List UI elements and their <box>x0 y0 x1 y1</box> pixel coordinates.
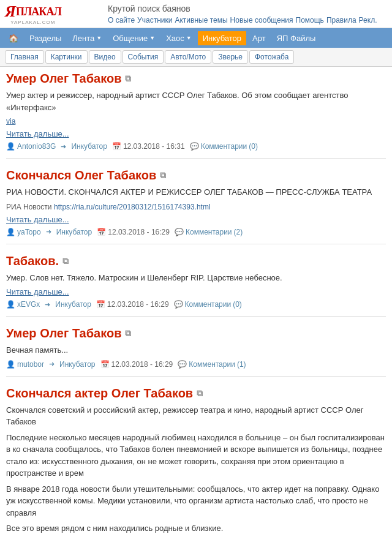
article-5-title[interactable]: Скончался актер Олег Табаков ⧉ <box>6 386 386 401</box>
obshenie-dropdown-icon: ▼ <box>149 35 155 41</box>
header-nav-adv[interactable]: Рекл. <box>359 16 377 24</box>
user-icon-1: 👤 <box>6 142 15 151</box>
date-icon-4: 📅 <box>100 360 110 369</box>
article-1-date: 📅 12.03.2018 - 16:31 <box>112 142 185 151</box>
logo-plakal: ПЛАКАЛ <box>16 6 61 18</box>
sub-nav-events[interactable]: События <box>123 50 164 64</box>
article-5-text: Скончался советский и российский актер, … <box>6 404 386 428</box>
article-1-title-text: Умер Олег Табаков <box>6 72 121 86</box>
article-2-title[interactable]: Скончался Олег Табаков ⧉ <box>6 168 386 182</box>
sub-nav-kartinki[interactable]: Картинки <box>45 50 88 64</box>
header-right: Крутой поиск баянов О сайте Участники Ак… <box>103 4 387 24</box>
article-5: Скончался актер Олег Табаков ⧉ Скончался… <box>6 386 386 535</box>
article-1-meta: 👤 Antonio83G ➜ Инкубатор 📅 12.03.2018 - … <box>6 142 386 151</box>
arrow-icon-2: ➜ <box>46 228 51 236</box>
nav-files[interactable]: ЯП Файлы <box>272 31 321 45</box>
logo-area: Я ПЛАКАЛ YAPLAKAL.COM <box>5 2 103 25</box>
comment-icon-1: 💬 <box>190 142 199 151</box>
article-4-icon: ⧉ <box>125 328 131 339</box>
article-5-icon: ⧉ <box>197 388 203 399</box>
article-2-comments[interactable]: 💬 Комментарии (2) <box>175 228 243 236</box>
logo-ya: Я <box>5 2 16 21</box>
article-3-text: Умер. Слов нет. Тяжело. Матроскин и Шеле… <box>6 272 386 284</box>
arrow-icon-1: ➜ <box>61 143 66 151</box>
article-1-via[interactable]: via <box>6 117 386 126</box>
article-3-title[interactable]: Табаков. ⧉ <box>6 254 386 268</box>
nav-obshenie[interactable]: Общение ▼ <box>108 31 160 45</box>
article-1-read-more[interactable]: Читать дальше... <box>6 129 386 138</box>
article-3-meta: 👤 xEVGx ➜ Инкубатор 📅 12.03.2018 - 16:29… <box>6 300 386 309</box>
article-3-title-text: Табаков. <box>6 254 59 268</box>
sub-nav-zverie[interactable]: Зверье <box>213 50 248 64</box>
header: Я ПЛАКАЛ YAPLAKAL.COM Крутой поиск баяно… <box>0 0 392 28</box>
article-5-text4: Все это время рядом с ним находились род… <box>6 522 386 534</box>
sub-nav: Главная Картинки Видео События Авто/Мото… <box>0 48 392 67</box>
nav-inkubator[interactable]: Инкубатор <box>198 31 246 45</box>
main-nav: 🏠 Разделы Лента ▼ Общение ▼ Хаос ▼ Инкуб… <box>0 28 392 48</box>
nav-haos[interactable]: Хаос ▼ <box>161 31 197 45</box>
nav-razdely[interactable]: Разделы <box>24 31 66 45</box>
header-nav-about[interactable]: О сайте <box>108 16 135 24</box>
article-3-read-more[interactable]: Читать дальше... <box>6 287 386 296</box>
article-2-title-text: Скончался Олег Табаков <box>6 168 156 182</box>
article-4-author: 👤 mutobor <box>6 360 44 369</box>
article-1-author: 👤 Antonio83G <box>6 142 56 151</box>
article-1: Умер Олег Табаков ⧉ Умер актер и режиссе… <box>6 72 386 159</box>
user-icon-2: 👤 <box>6 228 15 236</box>
logo-wrap: Я ПЛАКАЛ YAPLAKAL.COM <box>5 2 61 25</box>
article-5-text2: Последние несколько месяцев народный люб… <box>6 432 386 479</box>
nav-lenta[interactable]: Лента ▼ <box>67 31 107 45</box>
date-icon-3: 📅 <box>96 300 105 309</box>
article-4-section[interactable]: Инкубатор <box>59 360 96 369</box>
article-1-text: Умер актер и режиссер, народный артист С… <box>6 89 386 113</box>
article-2-ria-prefix: РИА Новости <box>6 203 51 211</box>
nav-home[interactable]: 🏠 <box>4 31 23 45</box>
article-2-date: 📅 12.03.2018 - 16:29 <box>97 228 170 236</box>
article-5-text3: В январе 2018 года новости были утешител… <box>6 483 386 519</box>
comment-icon-3: 💬 <box>174 300 183 309</box>
article-4-meta: 👤 mutobor ➜ Инкубатор 📅 12.03.2018 - 16:… <box>6 360 386 369</box>
sub-nav-auto[interactable]: Авто/Мото <box>165 50 211 64</box>
header-nav-new[interactable]: Новые сообщения <box>230 16 293 24</box>
sub-nav-main[interactable]: Главная <box>5 50 44 64</box>
article-3-author: 👤 xEVGx <box>6 300 40 309</box>
header-nav-rules[interactable]: Правила <box>326 16 356 24</box>
article-3-comments[interactable]: 💬 Комментарии (0) <box>174 300 242 309</box>
user-icon-4: 👤 <box>6 360 15 369</box>
article-1-title[interactable]: Умер Олег Табаков ⧉ <box>6 72 386 86</box>
article-4-text: Вечная память... <box>6 344 386 356</box>
header-tagline: Крутой поиск баянов <box>108 4 387 13</box>
logo-sub: YAPLAKAL.COM <box>10 20 55 25</box>
article-2-link-wrap: РИА Новости https://ria.ru/culture/20180… <box>6 202 386 211</box>
article-2-text: РИА НОВОСТИ. СКОНЧАЛСЯ АКТЕР И РЕЖИССЕР … <box>6 186 386 198</box>
article-2: Скончался Олег Табаков ⧉ РИА НОВОСТИ. СК… <box>6 168 386 244</box>
article-1-comments[interactable]: 💬 Комментарии (0) <box>190 142 258 151</box>
article-2-meta: 👤 yaTopo ➜ Инкубатор 📅 12.03.2018 - 16:2… <box>6 228 386 236</box>
date-icon-2: 📅 <box>97 228 106 236</box>
article-2-author: 👤 yaTopo <box>6 228 41 236</box>
article-4-date: 📅 12.03.2018 - 16:29 <box>100 360 173 369</box>
header-nav-users[interactable]: Участники <box>137 16 172 24</box>
article-2-section[interactable]: Инкубатор <box>56 228 92 236</box>
article-3: Табаков. ⧉ Умер. Слов нет. Тяжело. Матро… <box>6 254 386 317</box>
article-4-comments[interactable]: 💬 Комментарии (1) <box>178 360 246 369</box>
arrow-icon-3: ➜ <box>45 301 50 309</box>
content: Умер Олег Табаков ⧉ Умер актер и режиссе… <box>0 67 392 534</box>
article-2-read-more[interactable]: Читать дальше... <box>6 215 386 224</box>
comment-icon-4: 💬 <box>178 360 187 369</box>
sub-nav-video[interactable]: Видео <box>89 50 121 64</box>
article-3-date: 📅 12.03.2018 - 16:29 <box>96 300 169 309</box>
haos-dropdown-icon: ▼ <box>186 35 192 41</box>
article-1-section[interactable]: Инкубатор <box>71 142 107 151</box>
article-4: Умер Олег Табаков ⧉ Вечная память... 👤 m… <box>6 326 386 377</box>
header-nav: О сайте Участники Активные темы Новые со… <box>108 16 387 24</box>
nav-art[interactable]: Арт <box>247 31 271 45</box>
header-nav-active[interactable]: Активные темы <box>175 16 227 24</box>
article-3-section[interactable]: Инкубатор <box>55 300 91 309</box>
sub-nav-fotozh[interactable]: Фотожаба <box>249 50 294 64</box>
date-icon-1: 📅 <box>112 142 121 151</box>
article-4-title[interactable]: Умер Олег Табаков ⧉ <box>6 326 386 340</box>
header-nav-help[interactable]: Помощь <box>296 16 324 24</box>
article-2-ria-link[interactable]: https://ria.ru/culture/20180312/15161743… <box>54 203 211 211</box>
article-1-icon: ⧉ <box>125 73 131 84</box>
